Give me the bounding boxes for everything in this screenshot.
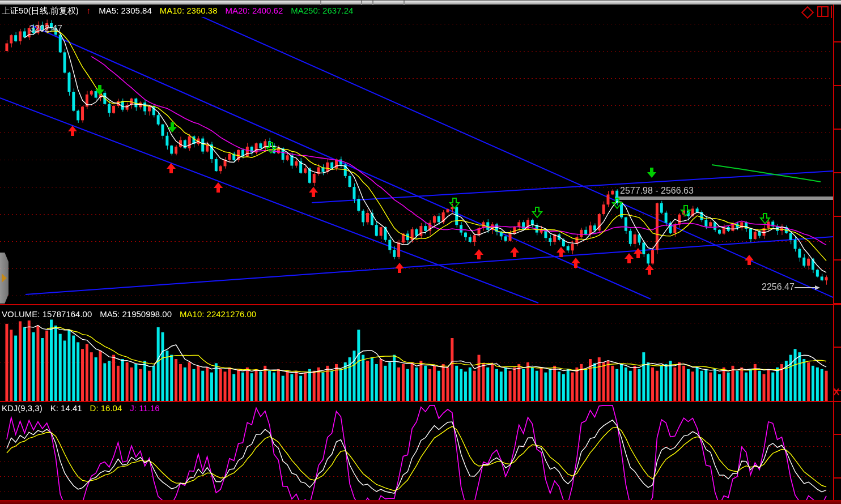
volume-ma10-value[interactable]: MA10: 22421276.00 — [180, 309, 256, 319]
diamond-icon[interactable] — [802, 7, 813, 18]
gap-range-label: 2577.98 - 2566.63 — [620, 186, 694, 196]
kdj-header: KDJ(9,3,3)K: 14.41D: 16.04J: 11.16 — [2, 403, 168, 413]
volume-header: VOLUME: 15787164.00MA5: 21950998.00MA10:… — [2, 309, 264, 319]
ma250-value[interactable]: MA250: 2637.24 — [291, 6, 353, 15]
kdj-k-value: K: 14.41 — [50, 403, 82, 413]
high-price-label: 3202.47 — [29, 24, 62, 34]
bottom-window-edge — [0, 500, 841, 504]
ma10-value[interactable]: MA10: 2360.38 — [160, 6, 218, 15]
strip-separator — [403, 1, 405, 5]
chart-canvas[interactable] — [0, 0, 841, 504]
chart-window: 上证50(日线.前复权)↑MA5: 2305.84MA10: 2360.38MA… — [0, 0, 841, 504]
strip-separator — [320, 1, 321, 5]
symbol-title: 上证50(日线.前复权) — [2, 6, 79, 15]
kdj-j-value: J: 11.16 — [130, 403, 159, 413]
volume-ma5-value[interactable]: MA5: 21950998.00 — [100, 309, 172, 319]
ma20-value[interactable]: MA20: 2400.62 — [226, 6, 283, 15]
ma5-value[interactable]: MA5: 2305.84 — [99, 6, 151, 15]
strip-separator — [361, 1, 362, 5]
main-chart-header: 上证50(日线.前复权)↑MA5: 2305.84MA10: 2360.38MA… — [2, 6, 361, 16]
low-price-label: 2256.47 — [762, 282, 795, 292]
window-edge-bar — [831, 6, 832, 18]
top-window-edge — [0, 0, 841, 5]
split-window-icon[interactable] — [817, 6, 829, 17]
expand-arrow-icon — [2, 274, 7, 283]
sidebar-flyout-handle[interactable] — [0, 253, 9, 304]
strip-separator — [372, 1, 373, 5]
up-arrow-icon: ↑ — [87, 6, 91, 15]
kdj-d-value: D: 16.04 — [90, 403, 122, 413]
kdj-name[interactable]: KDJ(9,3,3) — [2, 403, 43, 413]
volume-value[interactable]: VOLUME: 15787164.00 — [2, 309, 92, 319]
close-pane-icon[interactable]: X — [832, 387, 841, 398]
